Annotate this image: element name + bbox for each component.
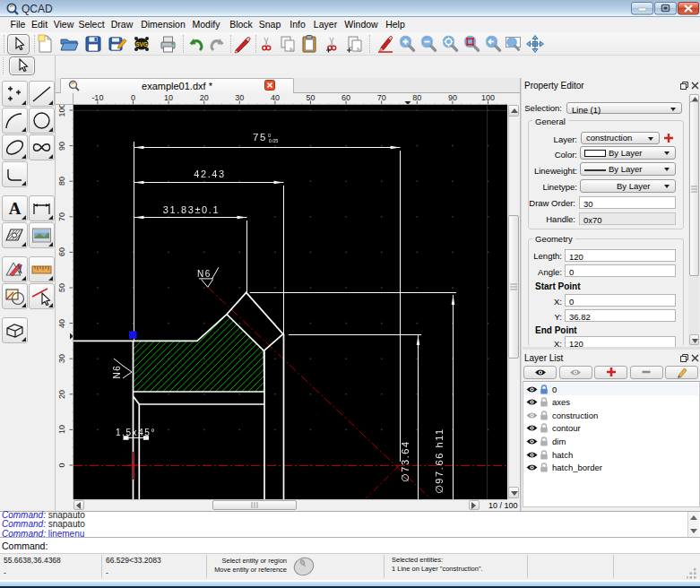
svg-text:42.43: 42.43	[194, 169, 226, 179]
svg-text:0.05: 0.05	[269, 138, 279, 143]
svg-text:∅97.66 h11: ∅97.66 h11	[434, 428, 445, 494]
svg-text:1.5x45°: 1.5x45°	[116, 428, 156, 437]
svg-text:N6: N6	[112, 365, 122, 379]
svg-text:75: 75	[253, 132, 267, 143]
svg-text:SVG: SVG	[135, 41, 148, 48]
svg-text:A: A	[9, 199, 22, 218]
svg-text:N6: N6	[197, 269, 212, 279]
svg-text:31.83±0.1: 31.83±0.1	[163, 204, 220, 215]
svg-text:∅73.64: ∅73.64	[400, 440, 410, 482]
